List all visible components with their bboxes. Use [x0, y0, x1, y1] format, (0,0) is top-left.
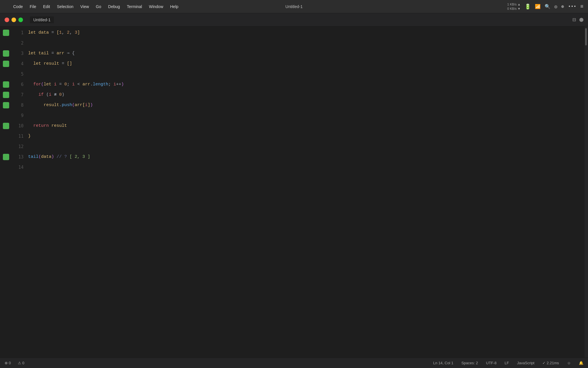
window-title: Untitled-1: [285, 4, 303, 9]
line-number: 8: [11, 103, 28, 108]
breakpoint-active[interactable]: [3, 30, 9, 36]
line-number: 5: [11, 72, 28, 77]
menu-terminal[interactable]: Terminal: [123, 3, 146, 10]
code-text: let result = []: [28, 59, 72, 69]
breakpoint-active[interactable]: [3, 123, 9, 129]
code-line-7: 7 if (i ≢ 0): [0, 90, 588, 100]
traffic-lights: [5, 18, 23, 22]
menu-debug[interactable]: Debug: [105, 3, 123, 10]
close-button[interactable]: [5, 18, 9, 22]
code-line-8: 8 result.push(arr[i]): [0, 100, 588, 110]
menu-selection[interactable]: Selection: [53, 3, 77, 10]
more-icon[interactable]: •••: [568, 4, 576, 9]
tab-label: Untitled-1: [33, 18, 51, 22]
code-line-10: 10 return result: [0, 121, 588, 131]
menu-edit[interactable]: Edit: [40, 3, 53, 10]
code-line-9: 9: [0, 110, 588, 121]
code-line-4: 4 let result = []: [0, 59, 588, 69]
line-number: 11: [11, 134, 28, 139]
breakpoint-empty[interactable]: [3, 71, 9, 77]
breakpoint-active[interactable]: [3, 102, 9, 108]
code-line-5: 5: [0, 69, 588, 79]
line-number: 4: [11, 61, 28, 66]
code-text: let data = [1, 2, 3]: [28, 28, 80, 38]
code-text: for(let i = 0; i < arr.length; i++): [28, 79, 124, 90]
line-number: 7: [11, 92, 28, 97]
code-text: }: [28, 131, 31, 141]
line-number: 10: [11, 123, 28, 129]
line-number: 2: [11, 41, 28, 46]
line-number: 1: [11, 30, 28, 35]
breakpoint-active[interactable]: [3, 50, 9, 57]
wifi-icon: 📶: [535, 4, 541, 9]
code-text: if (i ≢ 0): [28, 90, 64, 100]
menu-view[interactable]: View: [77, 3, 92, 10]
menu-items: Code File Edit Selection View Go Debug T…: [10, 3, 507, 10]
code-line-14: 14: [0, 162, 588, 172]
line-number: 9: [11, 113, 28, 118]
code-line-12: 12: [0, 141, 588, 152]
status-smiley[interactable]: ☺: [567, 361, 571, 365]
code-line-1: 1let data = [1, 2, 3]: [0, 28, 588, 38]
menu-help[interactable]: Help: [167, 3, 182, 10]
code-line-6: 6 for(let i = 0; i < arr.length; i++): [0, 79, 588, 90]
status-timing: ✓ 2.21ms: [542, 361, 559, 365]
status-errors[interactable]: ⊗ 0: [5, 361, 11, 365]
code-text: result.push(arr[i]): [28, 100, 93, 110]
menu-bar: Code File Edit Selection View Go Debug T…: [0, 0, 588, 13]
status-encoding[interactable]: UTF-8: [486, 361, 497, 365]
breakpoint-active[interactable]: [3, 61, 9, 67]
search-icon[interactable]: 🔍: [545, 4, 550, 9]
minimize-button[interactable]: [11, 18, 16, 22]
battery-icon: 🔋: [525, 3, 531, 10]
split-editor-icon[interactable]: ⊟: [572, 16, 576, 23]
tab-untitled[interactable]: Untitled-1: [30, 16, 54, 23]
breakpoint-empty[interactable]: [3, 164, 9, 170]
menu-go[interactable]: Go: [92, 3, 105, 10]
scrollbar-thumb[interactable]: [585, 28, 587, 45]
maximize-button[interactable]: [18, 18, 23, 22]
breakpoint-empty[interactable]: [3, 133, 9, 139]
breakpoint-empty[interactable]: [3, 112, 9, 119]
status-right: Ln 14, Col 1 Spaces: 2 UTF-8 LF JavaScri…: [433, 361, 583, 365]
status-warnings[interactable]: ⚠ 0: [18, 361, 24, 365]
line-number: 6: [11, 82, 28, 87]
code-lines: 1let data = [1, 2, 3]23let tail = arr ⇒ …: [0, 26, 588, 172]
code-text: let tail = arr ⇒ {: [28, 48, 75, 59]
dot-icon: [579, 18, 583, 22]
status-bar: ⊗ 0 ⚠ 0 Ln 14, Col 1 Spaces: 2 UTF-8 LF …: [0, 358, 588, 368]
list-icon[interactable]: ≡: [580, 4, 583, 9]
line-number: 3: [11, 51, 28, 56]
line-number: 14: [11, 165, 28, 170]
menu-file[interactable]: File: [26, 3, 40, 10]
breakpoint-active[interactable]: [3, 154, 9, 160]
status-eol[interactable]: LF: [505, 361, 509, 365]
line-number: 12: [11, 144, 28, 149]
siri-icon[interactable]: ◎: [554, 4, 557, 9]
menu-window[interactable]: Window: [146, 3, 167, 10]
code-line-3: 3let tail = arr ⇒ {: [0, 48, 588, 59]
code-editor[interactable]: 1let data = [1, 2, 3]23let tail = arr ⇒ …: [0, 26, 588, 358]
status-position[interactable]: Ln 14, Col 1: [433, 361, 453, 365]
menu-right-icons: 1 KB/s ▲ 0 KB/s ▼ 🔋 📶 🔍 ◎ ⊕ ••• ≡: [507, 2, 583, 11]
tab-bar: Untitled-1 ⊟: [0, 13, 588, 26]
code-text: tail(data) // ? [ 2, 3 ]: [28, 152, 90, 162]
code-line-13: 13tail(data) // ? [ 2, 3 ]: [0, 152, 588, 162]
breakpoint-empty[interactable]: [3, 143, 9, 150]
line-number: 13: [11, 154, 28, 160]
status-language[interactable]: JavaScript: [517, 361, 535, 365]
extensions-icon[interactable]: ⊕: [561, 4, 564, 9]
code-line-2: 2: [0, 38, 588, 48]
breakpoint-active[interactable]: [3, 81, 9, 88]
code-text: return result: [28, 121, 67, 131]
status-bell[interactable]: 🔔: [579, 361, 583, 365]
editor-area: 1let data = [1, 2, 3]23let tail = arr ⇒ …: [0, 26, 588, 358]
status-spaces[interactable]: Spaces: 2: [461, 361, 478, 365]
code-line-11: 11}: [0, 131, 588, 141]
tab-bar-actions: ⊟: [572, 16, 583, 23]
network-info: 1 KB/s ▲ 0 KB/s ▼: [507, 2, 521, 11]
scrollbar[interactable]: [585, 26, 588, 358]
breakpoint-active[interactable]: [3, 92, 9, 98]
menu-code[interactable]: Code: [10, 3, 26, 10]
breakpoint-empty[interactable]: [3, 40, 9, 46]
